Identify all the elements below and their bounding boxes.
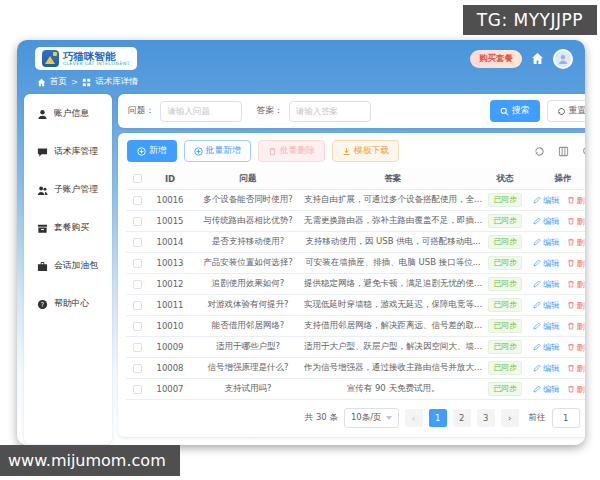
edit-button[interactable]: 编辑 <box>533 342 560 353</box>
table-row: 10014 是否支持移动使用? 支持移动使用，因 USB 供电，可搭配移动电..… <box>126 232 585 253</box>
cell-question: 支持试用吗? <box>192 383 304 395</box>
select-all-checkbox[interactable] <box>133 174 142 183</box>
edit-button[interactable]: 编辑 <box>533 237 560 248</box>
row-checkbox[interactable] <box>133 259 142 268</box>
logo-title: 巧猫咪智能 <box>63 51 130 62</box>
cell-question: 对游戏体验有何提升? <box>192 299 304 311</box>
home-icon[interactable] <box>531 52 544 65</box>
delete-button[interactable]: 删除 <box>567 300 585 311</box>
cell-id: 10016 <box>148 195 192 205</box>
prev-page-button[interactable]: ‹ <box>405 409 423 427</box>
breadcrumb-home[interactable]: 首页 <box>50 76 67 88</box>
trash-icon <box>567 280 575 288</box>
main-content: 问题： 答案： 搜索 重置 <box>118 94 585 445</box>
screenshot-stage: 巧猫咪智能 CLEVER CAT INTELLIGENT 购买套餐 首页 > 话… <box>0 0 600 480</box>
logo: 巧猫咪智能 CLEVER CAT INTELLIGENT <box>35 47 137 70</box>
svg-text:?: ? <box>41 300 44 308</box>
edit-button[interactable]: 编辑 <box>533 300 560 311</box>
template-download-button[interactable]: 模板下载 <box>332 140 399 162</box>
cell-answer: 适用于大户型、跃层户型，解决因空间大、墙... <box>304 341 482 353</box>
table-search-icon[interactable] <box>582 146 585 157</box>
row-checkbox[interactable] <box>133 196 142 205</box>
download-icon <box>342 147 351 156</box>
sidebar-item-session-fuel-pack[interactable]: 会话加油包 <box>37 260 112 272</box>
edit-button[interactable]: 编辑 <box>533 258 560 269</box>
column-settings-icon[interactable] <box>558 146 569 157</box>
sidebar-item-sub-account[interactable]: 子账户管理 <box>37 184 112 196</box>
sidebar-item-script-library[interactable]: 话术库管理 <box>37 146 112 158</box>
package-icon <box>37 223 48 234</box>
delete-button[interactable]: 删除 <box>567 237 585 248</box>
cell-question: 信号增强原理是什么? <box>192 362 304 374</box>
trash-icon <box>567 259 575 267</box>
sidebar-item-account-info[interactable]: 账户信息 <box>37 108 112 120</box>
page-button-2[interactable]: 2 <box>453 409 471 427</box>
search-button[interactable]: 搜索 <box>490 100 540 122</box>
edit-button[interactable]: 编辑 <box>533 216 560 227</box>
answer-label: 答案： <box>256 105 282 117</box>
pencil-icon <box>533 364 541 372</box>
breadcrumb-separator: > <box>71 77 78 87</box>
cell-answer: 作为信号增强器，通过接收主路由信号并放大... <box>304 362 482 374</box>
delete-button[interactable]: 删除 <box>567 258 585 269</box>
row-checkbox[interactable] <box>133 238 142 247</box>
edit-button[interactable]: 编辑 <box>533 363 560 374</box>
cell-answer: 提供稳定网络，避免卡顿，满足追剧无忧的使... <box>304 278 482 290</box>
row-checkbox[interactable] <box>133 280 142 289</box>
column-header-status: 状态 <box>482 173 528 185</box>
edit-button[interactable]: 编辑 <box>533 321 560 332</box>
refresh-icon[interactable] <box>534 146 545 157</box>
row-checkbox[interactable] <box>133 217 142 226</box>
status-badge: 已同步 <box>488 382 521 395</box>
answer-input[interactable] <box>289 101 371 122</box>
cell-id: 10013 <box>148 258 192 268</box>
sidebar-item-package-buy[interactable]: 套餐购买 <box>37 222 112 234</box>
fuel-pack-icon <box>37 261 48 272</box>
page-button-1[interactable]: 1 <box>429 409 447 427</box>
table-row: 10011 对游戏体验有何提升? 实现低延时穿墙稳，游戏无延迟，保障电竞等...… <box>126 295 585 316</box>
batch-add-button[interactable]: 批量新增 <box>184 140 251 162</box>
pencil-icon <box>533 217 541 225</box>
column-header-id: ID <box>148 174 192 184</box>
next-page-button[interactable]: › <box>501 409 519 427</box>
page-size-select[interactable]: 10条/页 <box>344 408 399 428</box>
status-badge: 已同步 <box>488 193 521 206</box>
edit-button[interactable]: 编辑 <box>533 195 560 206</box>
search-panel: 问题： 答案： 搜索 重置 <box>118 94 585 128</box>
cell-answer: 支持自由扩展，可通过多个设备搭配使用，全... <box>304 194 482 206</box>
question-input[interactable] <box>160 101 242 122</box>
row-checkbox[interactable] <box>133 322 142 331</box>
delete-button[interactable]: 删除 <box>567 216 585 227</box>
status-badge: 已同步 <box>488 298 521 311</box>
plus-circle-icon <box>137 147 146 156</box>
delete-button[interactable]: 删除 <box>567 363 585 374</box>
table-row: 10007 支持试用吗? 宣传有 90 天免费试用。 已同步 编辑 <box>126 379 585 400</box>
avatar[interactable] <box>553 49 573 69</box>
row-checkbox[interactable] <box>133 301 142 310</box>
row-checkbox[interactable] <box>133 385 142 394</box>
edit-button[interactable]: 编辑 <box>533 384 560 395</box>
delete-button[interactable]: 删除 <box>567 195 585 206</box>
app-header: 巧猫咪智能 CLEVER CAT INTELLIGENT 购买套餐 <box>17 40 585 72</box>
table-row: 10016 多个设备能否同时使用? 支持自由扩展，可通过多个设备搭配使用，全..… <box>126 190 585 211</box>
goto-page-input[interactable] <box>552 408 580 428</box>
batch-delete-button[interactable]: 批量删除 <box>258 140 325 162</box>
table-header-row: ID 问题 答案 状态 操作 <box>126 168 585 190</box>
delete-button[interactable]: 删除 <box>567 279 585 290</box>
add-button[interactable]: 新增 <box>127 140 177 162</box>
sidebar-item-help-center[interactable]: ? 帮助中心 <box>37 298 112 310</box>
row-checkbox[interactable] <box>133 364 142 373</box>
delete-button[interactable]: 删除 <box>567 342 585 353</box>
trash-icon <box>567 301 575 309</box>
cell-id: 10014 <box>148 237 192 247</box>
page-button-3[interactable]: 3 <box>477 409 495 427</box>
delete-button[interactable]: 删除 <box>567 384 585 395</box>
reset-button[interactable]: 重置 <box>547 100 585 122</box>
row-checkbox[interactable] <box>133 343 142 352</box>
cell-question: 与传统路由器相比优势? <box>192 215 304 227</box>
buy-package-badge[interactable]: 购买套餐 <box>470 50 522 68</box>
delete-button[interactable]: 删除 <box>567 321 585 332</box>
edit-button[interactable]: 编辑 <box>533 279 560 290</box>
column-header-action: 操作 <box>528 173 585 185</box>
trash-icon <box>567 385 575 393</box>
